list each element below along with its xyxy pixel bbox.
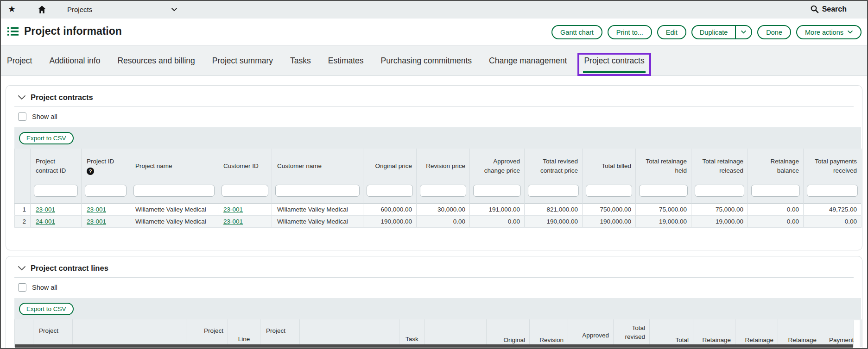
column-filter-input[interactable]	[586, 185, 632, 197]
total-retainage-held-cell: 75,000.00	[636, 204, 691, 216]
duplicate-button-label[interactable]: Duplicate	[692, 29, 735, 36]
column-header-row: Project contract ID Project ID? Project …	[15, 149, 862, 204]
column-filter-input[interactable]	[751, 185, 800, 197]
column-filter-input[interactable]	[34, 185, 78, 197]
contract-lines-table: Project Project Line Project Task Origin…	[14, 319, 862, 347]
collapse-chevron-icon[interactable]	[18, 266, 25, 271]
column-filter-input[interactable]	[528, 185, 579, 197]
show-all-label: Show all	[32, 284, 57, 291]
more-actions-button[interactable]: More actions	[796, 25, 862, 39]
project-id-link[interactable]: 23-001	[87, 218, 106, 225]
col-total-payments-received: Total payments received	[804, 149, 862, 204]
duplicate-dropdown-toggle[interactable]	[736, 31, 751, 34]
tab-resources-and-billing[interactable]: Resources and billing	[117, 46, 195, 75]
tab-project[interactable]: Project	[7, 46, 32, 75]
col-blank	[73, 319, 186, 347]
grid-toolbar: Export to CSV	[14, 127, 861, 149]
tab-project-summary[interactable]: Project summary	[212, 46, 273, 75]
col-retainage-2: Retainage	[735, 319, 778, 347]
section-title: Project contract lines	[31, 264, 108, 273]
record-list-icon[interactable]	[7, 27, 19, 36]
col-revision-price: Revision price	[417, 149, 470, 204]
col-customer-name: Customer name	[272, 149, 363, 204]
col-approved-change-price: Approved change price	[470, 149, 525, 204]
project-id-link[interactable]: 23-001	[87, 206, 106, 213]
col-blank	[300, 319, 399, 347]
contracts-table: Project contract ID Project ID? Project …	[14, 149, 862, 228]
contracts-grid: Export to CSV Project contract ID Projec…	[14, 127, 861, 228]
row-number: 1	[15, 204, 31, 216]
column-filter-input[interactable]	[222, 185, 268, 197]
home-icon[interactable]	[37, 5, 47, 14]
collapse-chevron-icon[interactable]	[18, 95, 25, 100]
revision-price-cell: 0.00	[417, 216, 470, 228]
col-total: Total	[650, 319, 693, 347]
column-filter-input[interactable]	[473, 185, 521, 197]
project-contract-id-link[interactable]: 24-001	[36, 218, 55, 225]
col-blank	[425, 319, 487, 347]
customer-name-cell: Willamette Valley Medical	[272, 204, 363, 216]
column-filter-input[interactable]	[85, 185, 127, 197]
help-icon[interactable]: ?	[87, 168, 94, 175]
table-row: 2 24-001 23-001 Willamette Valley Medica…	[15, 216, 862, 228]
print-to-button[interactable]: Print to...	[608, 25, 652, 39]
global-search[interactable]: Search	[810, 5, 847, 13]
approved-change-price-cell: 0.00	[470, 216, 525, 228]
tab-estimates[interactable]: Estimates	[328, 46, 364, 75]
tab-change-management[interactable]: Change management	[489, 46, 567, 75]
column-filter-input[interactable]	[133, 185, 215, 197]
export-to-csv-button[interactable]: Export to CSV	[19, 303, 74, 315]
row-number: 2	[15, 216, 31, 228]
gantt-chart-button[interactable]: Gantt chart	[551, 25, 602, 39]
column-filter-input[interactable]	[420, 185, 466, 197]
total-payments-received-cell: 0.00	[804, 216, 862, 228]
active-tab-underline	[583, 71, 645, 73]
vertical-scrollbar-track[interactable]	[854, 320, 860, 347]
tab-additional-info[interactable]: Additional info	[49, 46, 100, 75]
page-title: Project information	[24, 25, 122, 37]
total-billed-cell: 190,000.00	[583, 216, 636, 228]
show-all-control: Show all	[18, 283, 854, 292]
col-retainage-3: Retainage	[778, 319, 821, 347]
column-filter-input[interactable]	[695, 185, 744, 197]
tab-purchasing-commitments[interactable]: Purchasing commitments	[381, 46, 472, 75]
contract-lines-grid: Export to CSV Project Project Line Proje…	[14, 298, 861, 347]
project-name-cell: Willamette Valley Medical	[130, 204, 218, 216]
project-contracts-section: Project contracts Show all Export to CSV…	[6, 85, 862, 250]
column-filter-input[interactable]	[367, 185, 413, 197]
export-to-csv-button[interactable]: Export to CSV	[19, 132, 74, 144]
tab-project-contracts[interactable]: Project contracts	[584, 46, 644, 75]
col-line: Line	[228, 319, 260, 347]
revision-price-cell: 30,000.00	[417, 204, 470, 216]
table-row: 1 23-001 23-001 Willamette Valley Medica…	[15, 204, 862, 216]
col-original: Original	[487, 319, 530, 347]
row-number-header	[15, 149, 31, 204]
module-selector-label[interactable]: Projects	[67, 6, 92, 13]
divider	[14, 106, 854, 107]
col-project-contract: Project	[33, 319, 73, 347]
show-all-checkbox[interactable]	[18, 283, 26, 292]
customer-id-link[interactable]: 23-001	[223, 218, 243, 225]
favorite-star-icon[interactable]: ★	[8, 4, 16, 14]
show-all-checkbox[interactable]	[18, 112, 26, 121]
original-price-cell: 600,000.00	[363, 204, 417, 216]
page-header: Project information Gantt chart Print to…	[1, 19, 867, 45]
edit-button[interactable]: Edit	[657, 25, 686, 39]
col-retainage-balance: Retainage balance	[748, 149, 804, 204]
column-filter-input[interactable]	[639, 185, 688, 197]
duplicate-split-button[interactable]: Duplicate	[691, 25, 752, 39]
retainage-balance-cell: 0.00	[748, 216, 804, 228]
column-filter-input[interactable]	[807, 185, 858, 197]
row-number-header	[15, 319, 33, 347]
done-button[interactable]: Done	[757, 25, 791, 39]
total-billed-cell: 750,000.00	[583, 204, 636, 216]
column-filter-input[interactable]	[275, 185, 360, 197]
col-project-2: Project	[260, 319, 300, 347]
chevron-down-icon[interactable]	[171, 8, 177, 12]
project-contract-id-link[interactable]: 23-001	[36, 206, 55, 213]
tab-tasks[interactable]: Tasks	[290, 46, 311, 75]
col-total-revised-contract-price: Total revised contract price	[525, 149, 583, 204]
customer-name-cell: Willamette Valley Medical	[272, 216, 363, 228]
customer-id-link[interactable]: 23-001	[223, 206, 243, 213]
horizontal-scrollbar[interactable]	[15, 344, 853, 348]
